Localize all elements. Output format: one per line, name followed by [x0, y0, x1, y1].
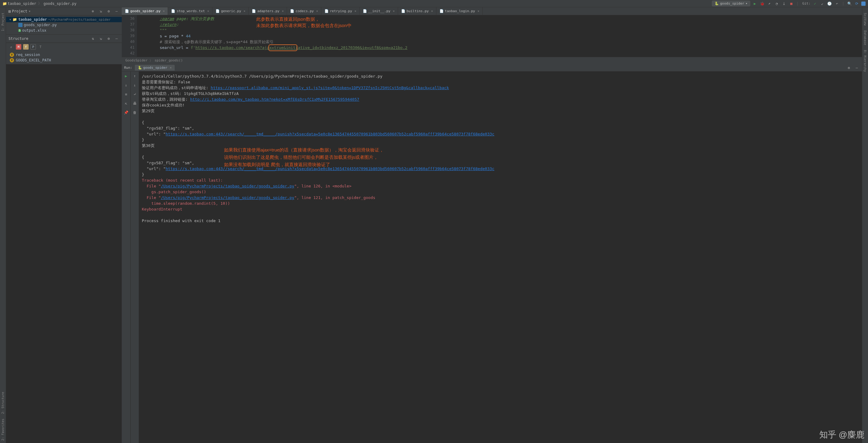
- filter-button[interactable]: ≡: [123, 92, 129, 97]
- sort-icon[interactable]: ⇅: [90, 36, 96, 41]
- trash-icon[interactable]: 🗑: [132, 110, 137, 115]
- sync-button[interactable]: ⟳: [854, 1, 860, 6]
- stop-button[interactable]: ■: [788, 1, 794, 6]
- wrap-icon[interactable]: ⤶: [132, 92, 137, 97]
- close-icon[interactable]: ×: [170, 66, 172, 69]
- close-icon[interactable]: ×: [477, 9, 479, 13]
- editor-tab[interactable]: 📄codecs.py×: [287, 7, 321, 15]
- structure-item[interactable]: V GOODS_EXCEL_PATH: [6, 58, 122, 63]
- gear-icon[interactable]: ⚙: [106, 36, 112, 41]
- close-icon[interactable]: ×: [244, 9, 245, 13]
- close-icon[interactable]: ×: [431, 9, 433, 13]
- tree-item-goods-spider[interactable]: goods_spider.py: [6, 22, 122, 28]
- tab-label: taobao_login.py: [445, 9, 475, 13]
- code-line[interactable]: # 搜索链接，q参数表示搜索关键字，s=page*44 数据开始索引: [137, 39, 862, 45]
- breadcrumb-file[interactable]: goods_spider.py: [43, 2, 76, 6]
- editor-tab[interactable]: 📄stop_words.txt×: [168, 7, 212, 15]
- tab-database[interactable]: Database: [863, 28, 867, 48]
- output-line: gs.patch_spider_goods(): [142, 189, 859, 195]
- locate-icon[interactable]: ⊕: [90, 8, 96, 14]
- structure-item[interactable]: V req_session: [6, 52, 122, 58]
- output-line: 获取st码成功，st码: 1tpkgETGLh3q8kKeIbkTfzA: [142, 91, 859, 96]
- python-icon: [18, 23, 23, 27]
- tree-item-output-xlsx[interactable]: S output.xlsx: [6, 28, 122, 33]
- toolbar-right: 🐍 goods_spider ▾ ▶ 🐞 ⬈ ◔ ⤓ ■ | Git: ✓ ↙ …: [712, 1, 866, 6]
- run-tab-label: goods_spider: [143, 66, 167, 70]
- gear-icon[interactable]: ⚙: [846, 65, 851, 71]
- hide-icon[interactable]: —: [114, 8, 119, 14]
- editor-tab[interactable]: 📄taobao_login.py×: [436, 7, 483, 15]
- tab-favorites[interactable]: 2: Favorites: [1, 416, 5, 443]
- run-output[interactable]: /usr/local/Cellar/python/3.7.4/bin/pytho…: [139, 71, 862, 443]
- hide-icon[interactable]: —: [854, 65, 860, 71]
- coverage-button[interactable]: ⬈: [767, 1, 772, 6]
- tab-sciview[interactable]: SciView: [863, 10, 867, 28]
- rerun-button[interactable]: ▶: [123, 73, 129, 79]
- editor-tab[interactable]: 📄generic.py×: [212, 7, 249, 15]
- run-button[interactable]: ▶: [752, 1, 757, 6]
- attach-button[interactable]: ⤓: [781, 1, 787, 6]
- close-icon[interactable]: ×: [163, 9, 165, 13]
- tab-structure[interactable]: 2: Structure: [1, 389, 5, 416]
- code-line[interactable]: [137, 51, 862, 56]
- project-icon: ▤: [8, 9, 11, 13]
- tab-hierarchy[interactable]: 8: Hierarchy: [863, 48, 867, 74]
- filter-f-icon[interactable]: f: [23, 44, 29, 50]
- expand-icon[interactable]: ⇲: [98, 8, 103, 14]
- filter-t-icon[interactable]: T: [38, 44, 43, 50]
- svg-rect-0: [18, 23, 23, 27]
- git-history-button[interactable]: 🕓: [827, 1, 832, 6]
- git-revert-button[interactable]: ↶: [834, 1, 840, 6]
- filter-p-icon[interactable]: P: [30, 44, 36, 50]
- breadcrumb-folder[interactable]: taobao_spider: [8, 2, 36, 6]
- code-line[interactable]: """: [137, 27, 862, 33]
- close-icon[interactable]: ×: [207, 9, 209, 13]
- editor-tab[interactable]: 📄__init__.py×: [360, 7, 398, 15]
- editor-tab[interactable]: 📄builtins.py×: [398, 7, 436, 15]
- expand-icon[interactable]: ⇲: [98, 36, 103, 41]
- debug-button[interactable]: 🐞: [760, 1, 765, 6]
- file-icon: 📄: [125, 9, 129, 13]
- up-icon[interactable]: ↑: [132, 73, 137, 79]
- editor-tab[interactable]: 📄adapters.py×: [249, 7, 287, 15]
- hide-icon[interactable]: —: [114, 36, 119, 41]
- filter-m-icon[interactable]: M: [16, 44, 21, 50]
- close-icon[interactable]: ×: [393, 9, 395, 13]
- unknown-blue-button[interactable]: [861, 2, 866, 6]
- output-line: KeyboardInterrupt: [142, 206, 859, 212]
- output-line: }: [142, 137, 859, 143]
- sort-alpha-icon[interactable]: ⇵: [8, 44, 14, 50]
- tab-project[interactable]: 1: Project: [1, 10, 5, 33]
- close-icon[interactable]: ×: [316, 9, 318, 13]
- breadcrumb-class[interactable]: GoodsSpider: [125, 58, 148, 63]
- editor-tab[interactable]: 📄retrying.py×: [321, 7, 360, 15]
- output-line: time.sleep(random.randint(5, 10)): [142, 200, 859, 206]
- run-tab[interactable]: 🐍 goods_spider ×: [135, 65, 175, 71]
- code-lines[interactable]: :param page: 淘宝分页参数 :return: """ s = pag…: [137, 15, 862, 57]
- file-icon: 📄: [439, 9, 444, 13]
- code-line[interactable]: :return:: [137, 22, 862, 27]
- git-commit-button[interactable]: ↙: [819, 1, 825, 6]
- close-icon[interactable]: ×: [282, 9, 284, 13]
- run-config-selector[interactable]: 🐍 goods_spider ▾: [712, 1, 750, 6]
- search-button[interactable]: 🔍: [847, 1, 852, 6]
- gear-icon[interactable]: ⚙: [106, 8, 112, 14]
- breadcrumb-method[interactable]: spider_goods(): [155, 58, 183, 63]
- profile-button[interactable]: ◔: [774, 1, 779, 6]
- stop-button[interactable]: ↓: [123, 83, 129, 88]
- close-icon[interactable]: ×: [354, 9, 356, 13]
- code-line[interactable]: :param page: 淘宝分页参数: [137, 16, 862, 22]
- pin-icon[interactable]: 📌: [123, 110, 129, 115]
- down-icon[interactable]: ↓: [132, 83, 137, 88]
- tree-root[interactable]: ▾ 📁 taobao_spider ~/PycharmProjects/taob…: [6, 17, 122, 22]
- file-icon: 📄: [252, 9, 256, 13]
- export-button[interactable]: ⇱: [123, 101, 129, 106]
- git-update-button[interactable]: ✓: [812, 1, 818, 6]
- separator: |: [797, 2, 799, 6]
- editor-tab[interactable]: 📄goods_spider.py×: [122, 7, 168, 15]
- code-editor[interactable]: 36373839404142 :param page: 淘宝分页参数 :retu…: [122, 15, 862, 57]
- print-icon[interactable]: 🖶: [132, 101, 137, 106]
- code-line[interactable]: search_url = f'https://s.taobao.com/sear…: [137, 45, 862, 51]
- code-line[interactable]: s = page * 44: [137, 33, 862, 39]
- file-icon: 📄: [171, 9, 175, 13]
